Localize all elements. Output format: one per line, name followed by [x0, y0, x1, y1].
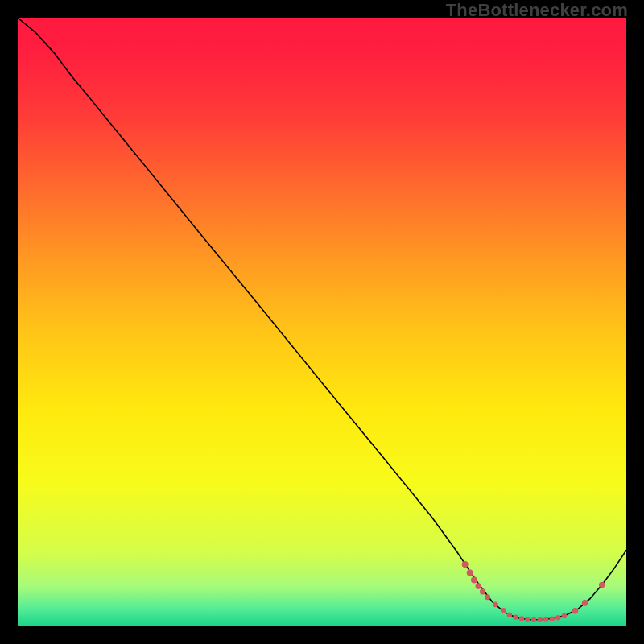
marker-dot [572, 608, 579, 614]
chart-svg [18, 18, 626, 626]
marker-dot [467, 569, 473, 576]
marker-dot [501, 608, 506, 613]
marker-dot [537, 617, 542, 622]
plot-area [18, 18, 626, 626]
chart-stage: TheBottlenecker.com [0, 0, 644, 644]
marker-dot [462, 561, 469, 568]
marker-dot [513, 614, 518, 619]
gradient-background [18, 18, 626, 626]
marker-dot [519, 616, 524, 621]
marker-dot [550, 617, 555, 621]
marker-dot [471, 577, 477, 584]
marker-dot [599, 582, 605, 588]
marker-dot [543, 617, 548, 621]
marker-dot [582, 600, 588, 606]
marker-dot [475, 583, 481, 589]
marker-dot [485, 594, 490, 600]
marker-dot [555, 615, 560, 620]
marker-dot [507, 612, 512, 617]
marker-dot [562, 613, 567, 618]
marker-dot [480, 588, 485, 594]
marker-dot [531, 617, 536, 622]
marker-dot [525, 617, 530, 621]
marker-dot [493, 601, 498, 607]
